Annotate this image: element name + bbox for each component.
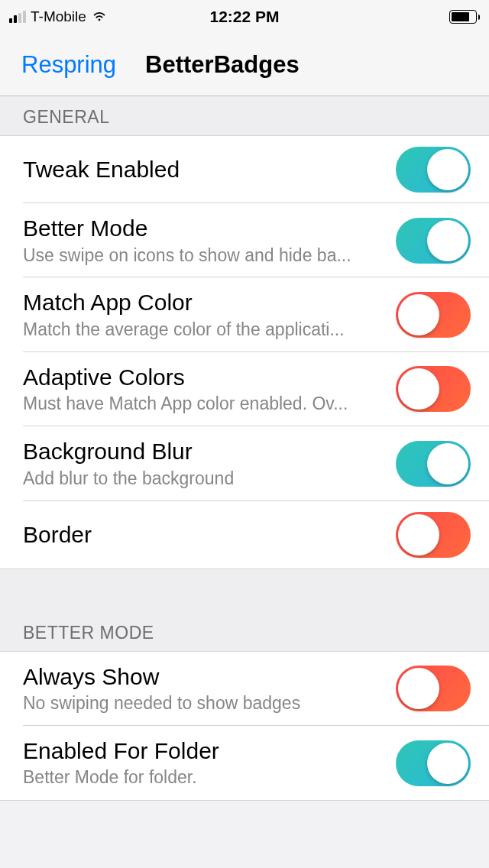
cell-subtitle: Better Mode for folder.	[23, 766, 384, 789]
cell-text: Match App Color Match the average color …	[23, 288, 396, 341]
cell-always-show: Always Show No swiping needed to show ba…	[0, 652, 489, 726]
cell-subtitle: Must have Match App color enabled. Ov...	[23, 393, 384, 416]
cell-text: Enabled For Folder Better Mode for folde…	[23, 737, 396, 789]
cell-match-app-color: Match App Color Match the average color …	[0, 277, 489, 351]
cell-text: Background Blur Add blur to the backgrou…	[23, 437, 396, 490]
toggle-always-show[interactable]	[396, 666, 471, 711]
section-header-better-mode: BETTER MODE	[0, 569, 489, 651]
battery-icon	[449, 10, 480, 24]
back-button[interactable]: Respring	[21, 51, 116, 79]
cell-border: Border	[0, 501, 489, 568]
cell-tweak-enabled: Tweak Enabled	[0, 136, 489, 203]
toggle-border[interactable]	[396, 512, 471, 558]
nav-bar: Respring BetterBadges	[0, 34, 489, 96]
carrier-label: T-Mobile	[31, 8, 86, 25]
clock: 12:22 PM	[209, 8, 279, 26]
toggle-enabled-for-folder[interactable]	[396, 740, 471, 786]
cell-adaptive-colors: Adaptive Colors Must have Match App colo…	[0, 352, 489, 426]
list-better-mode: Always Show No swiping needed to show ba…	[0, 651, 489, 802]
cell-subtitle: Add blur to the background	[23, 468, 384, 491]
toggle-match-app-color[interactable]	[396, 292, 471, 338]
toggle-adaptive-colors[interactable]	[396, 366, 471, 412]
cell-subtitle: Match the average color of the applicati…	[23, 319, 384, 342]
cell-title: Background Blur	[23, 437, 384, 466]
cell-enabled-for-folder: Enabled For Folder Better Mode for folde…	[0, 726, 489, 800]
cell-subtitle: Use swipe on icons to show and hide ba..…	[23, 245, 384, 267]
toggle-better-mode[interactable]	[396, 218, 471, 264]
cell-text: Border	[23, 520, 396, 549]
cell-text: Better Mode Use swipe on icons to show a…	[23, 214, 396, 267]
cell-title: Tweak Enabled	[23, 155, 384, 184]
status-bar: T-Mobile 12:22 PM	[0, 0, 489, 34]
cell-text: Always Show No swiping needed to show ba…	[23, 662, 396, 715]
cell-subtitle: No swiping needed to show badges	[23, 692, 384, 715]
cell-title: Enabled For Folder	[23, 737, 384, 766]
cell-title: Adaptive Colors	[23, 363, 384, 392]
status-left: T-Mobile	[9, 7, 108, 28]
cell-title: Match App Color	[23, 288, 384, 317]
cell-text: Tweak Enabled	[23, 155, 396, 184]
page-title: BetterBadges	[145, 51, 300, 79]
toggle-tweak-enabled[interactable]	[396, 147, 471, 193]
cell-text: Adaptive Colors Must have Match App colo…	[23, 363, 396, 416]
cell-title: Always Show	[23, 662, 384, 691]
wifi-icon	[91, 7, 108, 28]
cell-title: Border	[23, 520, 384, 549]
signal-bars-icon	[9, 11, 26, 23]
cell-better-mode: Better Mode Use swipe on icons to show a…	[0, 203, 489, 277]
cell-title: Better Mode	[23, 214, 384, 243]
list-general: Tweak Enabled Better Mode Use swipe on i…	[0, 135, 489, 569]
toggle-background-blur[interactable]	[396, 441, 471, 487]
cell-background-blur: Background Blur Add blur to the backgrou…	[0, 426, 489, 500]
section-header-general: GENERAL	[0, 96, 489, 135]
